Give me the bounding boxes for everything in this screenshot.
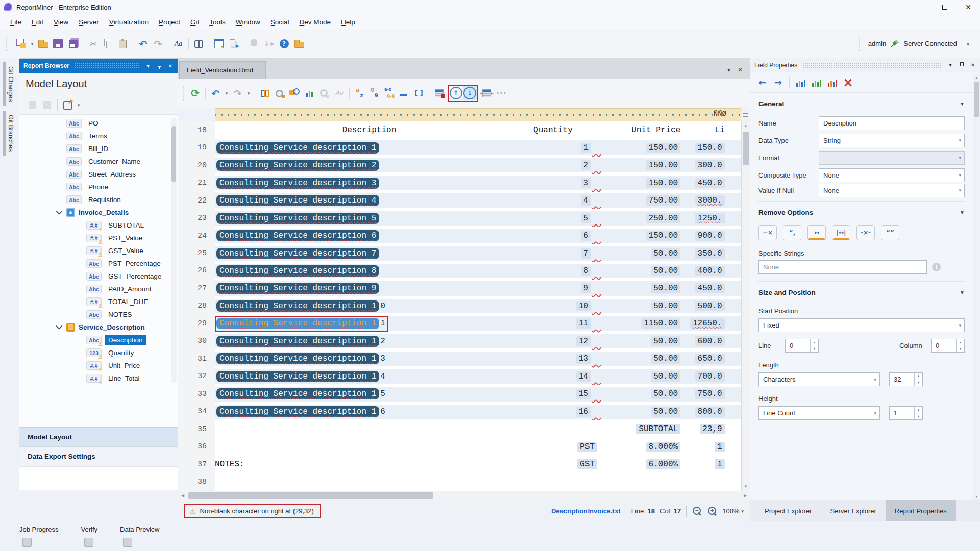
line-total-cell[interactable]: 800.0 — [695, 407, 725, 417]
description-field-cell[interactable]: Consulting Service description 1 — [216, 406, 379, 417]
line-total-cell[interactable]: 500.0 — [695, 301, 725, 311]
tab-server-explorer[interactable]: Server Explorer — [821, 500, 885, 521]
spin-up-icon[interactable]: ▲ — [811, 339, 818, 346]
description-field-cell[interactable]: Consulting Service description 1 — [216, 336, 379, 347]
tree-item-line_total[interactable]: #.#⚠Line_Total — [19, 372, 178, 385]
mark-09-icon[interactable] — [368, 86, 381, 100]
menu-project[interactable]: Project — [154, 16, 185, 28]
auto-gear-icon[interactable] — [317, 86, 331, 100]
tree-item-unit_price[interactable]: #.#⚠Unit_Price — [19, 359, 178, 372]
vertical-scrollbar[interactable]: ▲ ▼ — [741, 121, 750, 491]
description-field-cell[interactable]: Consulting Service description 2 — [216, 160, 379, 171]
spin-down-icon[interactable]: ▼ — [957, 346, 964, 353]
line-total-cell[interactable]: 300.0 — [695, 160, 725, 170]
description-field-cell[interactable]: Consulting Service description 3 — [216, 178, 379, 189]
line-total-cell[interactable]: 350.0 — [695, 248, 725, 259]
export-layout-icon[interactable] — [61, 98, 75, 112]
unit-price-cell[interactable]: 750.00 — [646, 195, 681, 206]
find-icon[interactable] — [192, 37, 206, 51]
summary-value-cell[interactable]: 6.000% — [646, 459, 681, 469]
font-verify-icon[interactable] — [332, 86, 346, 100]
undo-icon[interactable] — [209, 86, 223, 100]
tab-close-icon[interactable]: ✕ — [738, 66, 743, 73]
tree-item-total_due[interactable]: #.#⚠TOTAL_DUE — [19, 295, 178, 308]
menu-help[interactable]: Help — [336, 16, 360, 28]
quantity-cell[interactable]: 5 — [581, 213, 591, 223]
summary-total-cell[interactable]: 1 — [715, 459, 725, 469]
scroll-left-icon[interactable]: ◀ — [178, 491, 187, 500]
unit-price-cell[interactable]: 50.00 — [651, 371, 680, 382]
scroll-up-icon[interactable]: ▲ — [742, 121, 750, 130]
summary-value-cell[interactable]: 8.000% — [646, 442, 681, 452]
tree-item-description[interactable]: Abc⚠Description — [19, 334, 178, 346]
scroll-down-icon[interactable]: ▼ — [742, 482, 750, 491]
data-type-select[interactable]: String▾ — [819, 134, 965, 147]
unit-price-cell[interactable]: 250.00 — [646, 213, 681, 223]
line-total-cell[interactable]: 650.0 — [695, 354, 725, 364]
column-spinner[interactable]: 0 ▲▼ — [931, 339, 965, 353]
find-doc-icon[interactable] — [258, 86, 272, 100]
summary-label-cell[interactable]: GST — [577, 459, 597, 469]
summary-label-cell[interactable]: PST — [577, 442, 597, 452]
save-icon[interactable] — [51, 37, 65, 51]
tree-item-service_description[interactable]: Service_Description — [19, 321, 178, 334]
zoom-out-icon[interactable] — [692, 506, 702, 516]
quantity-cell[interactable]: 2 — [581, 160, 591, 170]
font-style-icon[interactable] — [172, 37, 185, 51]
value-if-null-select[interactable]: None▾ — [819, 184, 965, 197]
run-report-icon[interactable] — [227, 37, 241, 51]
tab-report-properties[interactable]: Report Properties — [886, 500, 956, 521]
close-icon[interactable]: ✕ — [166, 62, 175, 70]
row-extend-icon[interactable] — [480, 86, 494, 100]
maximize-button[interactable] — [933, 0, 957, 14]
tree-item-terms[interactable]: AbcTerms — [19, 130, 178, 142]
line-total-cell[interactable]: 150.0 — [695, 143, 725, 153]
minimize-button[interactable]: – — [910, 0, 933, 14]
summary-total-cell[interactable]: 23,9 — [700, 424, 724, 434]
menu-virtualization[interactable]: Virtualization — [104, 16, 154, 28]
spin-up-icon[interactable]: ▲ — [915, 407, 922, 413]
copy-icon[interactable] — [101, 37, 115, 51]
remove-option-4-button[interactable]: |↔| — [832, 225, 850, 240]
quantity-cell[interactable]: 11 — [576, 318, 591, 329]
panel-scroll-thumb[interactable] — [974, 82, 979, 117]
toolbar-overflow-icon[interactable] — [961, 37, 975, 51]
unit-price-cell[interactable]: 50.00 — [651, 266, 680, 276]
remove-option-2-button[interactable]: “, — [783, 225, 801, 240]
bottom-tab-verify[interactable]: Verify — [81, 525, 98, 551]
quantity-cell[interactable]: 15 — [576, 389, 591, 399]
vertical-scroll-thumb[interactable] — [743, 132, 749, 165]
quantity-cell[interactable]: 8 — [581, 266, 591, 276]
browse-folder-icon[interactable] — [292, 37, 306, 51]
description-field-cell[interactable]: Consulting Service description 5 — [216, 213, 379, 224]
tree-scroll-thumb[interactable] — [172, 126, 176, 182]
dock-tab-git-branches[interactable]: Git Branches — [3, 111, 16, 156]
description-field-cell[interactable]: Consulting Service description 9 — [216, 283, 379, 294]
horizontal-scroll-thumb[interactable] — [188, 492, 433, 499]
unit-price-cell[interactable]: 50.00 — [651, 336, 680, 346]
tree-item-notes[interactable]: AbcNOTES — [19, 308, 178, 321]
remove-option-6-button[interactable]: “” — [881, 225, 899, 240]
length-spinner[interactable]: 32 ▲▼ — [889, 372, 923, 386]
statistics-icon[interactable] — [303, 86, 316, 100]
description-field-cell[interactable]: Consulting Service description 1 — [216, 142, 379, 154]
chart-red-icon[interactable] — [825, 76, 839, 89]
height-spinner[interactable]: 1 ▲▼ — [889, 406, 923, 420]
section-general-header[interactable]: General▼ — [758, 93, 965, 114]
close-icon[interactable]: ✕ — [969, 61, 977, 69]
pattern-block-icon[interactable] — [432, 86, 446, 100]
horizontal-scrollbar[interactable]: ◀ ▶ — [178, 491, 750, 500]
quantity-cell[interactable]: 13 — [576, 354, 591, 364]
tab-project-explorer[interactable]: Project Explorer — [755, 500, 821, 521]
tree-item-subtotal[interactable]: #.#⚠SUBTOTAL — [19, 219, 178, 232]
description-field-cell[interactable]: Consulting Service description 1 — [216, 388, 379, 399]
menu-edit[interactable]: Edit — [27, 16, 48, 28]
unit-price-cell[interactable]: 150.00 — [646, 231, 681, 241]
scroll-up-icon[interactable]: ▲ — [973, 73, 980, 81]
tree-item-street_address[interactable]: AbcStreet_Address — [19, 168, 178, 181]
remove-option-3-button[interactable]: ↔ — [807, 225, 826, 240]
scroll-down-icon[interactable]: ▼ — [973, 493, 980, 500]
more-icon[interactable] — [495, 86, 508, 100]
chevron-expanded-icon[interactable] — [56, 323, 62, 330]
delete-field-icon[interactable] — [841, 76, 855, 89]
